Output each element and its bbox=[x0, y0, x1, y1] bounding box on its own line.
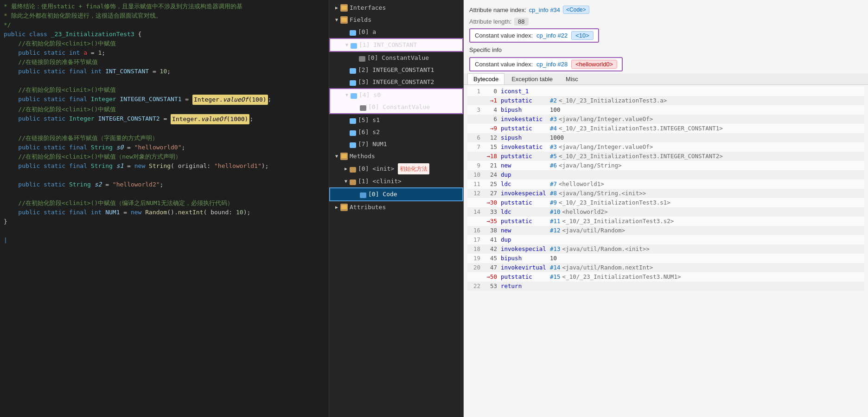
code-panel: * 最终结论：使用static + final修饰，且显示赋值中不涉及到方法或构… bbox=[0, 0, 329, 417]
code-text: INTEGER_CONSTANT2 bbox=[98, 114, 160, 123]
tab-exception-table[interactable]: Exception table bbox=[505, 73, 559, 84]
code-line: //在初始化阶段<clinit>()中赋值（new对象的方式声明） bbox=[0, 152, 329, 161]
code-text: 10 bbox=[236, 208, 243, 217]
code-text: s1 bbox=[116, 161, 124, 171]
code-text: } bbox=[4, 217, 7, 226]
attr-name-link[interactable]: cp_info #34 bbox=[529, 6, 560, 13]
code-line: * 除此之外都在初始化阶段进行，这很适合跟面试官对线。 bbox=[0, 11, 329, 20]
bc-row: →18 putstatic #5 <_10/_23_Initialization… bbox=[467, 152, 864, 161]
bc-ref: #9 bbox=[550, 198, 557, 207]
code-text: //在链接阶段的准备环节赋值 bbox=[4, 58, 98, 67]
tree-item-s0[interactable]: ▼ [4] s0 bbox=[330, 89, 462, 101]
bc-instr: ldc bbox=[501, 207, 547, 217]
code-text: = bbox=[87, 48, 98, 58]
attr-icon bbox=[360, 105, 366, 111]
tree-label: [2] INTEGER_CONSTANT1 bbox=[358, 65, 434, 75]
code-text: Integer.valueOf(100) bbox=[192, 95, 268, 105]
code-line: //在初始化阶段<clinit>()中赋值（编译之后NUM1无法确定，必须执行代… bbox=[0, 199, 329, 208]
bc-comment: <_10/_23_InitializationTest3.s1> bbox=[559, 198, 670, 207]
folder-icon bbox=[340, 4, 348, 12]
tree-item-num1[interactable]: [7] NUM1 bbox=[329, 138, 463, 150]
bc-linenum: 16 bbox=[469, 226, 480, 235]
tab-misc[interactable]: Misc bbox=[560, 73, 584, 84]
tree-label: [1] INT_CONSTANT bbox=[359, 40, 417, 50]
tree-item-integer-constant1[interactable]: [2] INTEGER_CONSTANT1 bbox=[329, 64, 463, 76]
bc-row: 16 38 new #12 <java/util/Random> bbox=[467, 226, 864, 235]
code-text bbox=[91, 180, 95, 189]
bc-row: 19 45 bipush 10 bbox=[467, 254, 864, 263]
cv-link2[interactable]: cp_info #28 bbox=[536, 61, 568, 68]
code-text: Integer.valueOf(1000) bbox=[171, 114, 249, 124]
code-line: public static final String s1 = new Stri… bbox=[0, 161, 329, 171]
cv-link1[interactable]: cp_info #22 bbox=[536, 32, 568, 39]
tree-item-s2[interactable]: [6] s2 bbox=[329, 126, 463, 138]
attr-length-val: 88 bbox=[514, 18, 528, 26]
tree-item-s1[interactable]: [5] s1 bbox=[329, 114, 463, 126]
tree-label: [0] ConstantValue bbox=[367, 53, 429, 63]
code-text: = bbox=[120, 208, 130, 217]
cv-tag2: <helloworld0> bbox=[571, 60, 617, 69]
bc-offset: 0 bbox=[484, 87, 497, 96]
bc-instr: ldc bbox=[501, 180, 547, 189]
code-text: ; bbox=[102, 48, 105, 58]
tree-item-constant-value-1[interactable]: [0] ConstantValue bbox=[329, 52, 463, 64]
field-icon bbox=[350, 30, 356, 36]
class-name: Integer bbox=[69, 114, 95, 123]
bc-operand: 100 bbox=[550, 105, 561, 115]
tree-item-methods[interactable]: ▼ Methods bbox=[329, 150, 463, 162]
folder-icon bbox=[340, 153, 348, 160]
tree-label: Attributes bbox=[350, 202, 386, 212]
code-text: "helloworld0" bbox=[134, 143, 182, 152]
code-text: ); bbox=[262, 161, 269, 171]
tree-item-wrapper: ▼ [1] INT_CONSTANT [0] ConstantValue bbox=[329, 38, 463, 64]
bc-comment: <java/util/Random.<init>> bbox=[562, 244, 650, 254]
keyword: int bbox=[91, 67, 105, 76]
tree-item-attributes[interactable]: ▶ Attributes bbox=[329, 201, 463, 213]
tree-arrow: ▶ bbox=[333, 3, 340, 13]
tree-item-field-a[interactable]: [0] a bbox=[329, 26, 463, 38]
tree-arrow: ▶ bbox=[333, 202, 340, 212]
attr-name-row: Attribute name index: cp_info #34 <Code> bbox=[464, 2, 868, 15]
tree-item-code[interactable]: [0] Code bbox=[329, 187, 463, 201]
code-text: ); bbox=[243, 208, 251, 217]
tree-item-integer-constant2[interactable]: [3] INTEGER_CONSTANT2 bbox=[329, 76, 463, 88]
bc-ref: #8 bbox=[550, 189, 557, 198]
field-icon bbox=[350, 142, 356, 148]
code-text: = bbox=[102, 180, 112, 189]
code-line: public static final int NUM1 = new Rando… bbox=[0, 208, 329, 217]
method-icon bbox=[350, 167, 356, 173]
tree-arrow: ▼ bbox=[333, 151, 340, 161]
code-line: public static Integer INTEGER_CONSTANT2 … bbox=[0, 114, 329, 124]
class-name: String bbox=[91, 161, 113, 171]
code-text: nextInt bbox=[178, 208, 204, 217]
keyword: public static final bbox=[4, 208, 91, 217]
tree-item-constant-value-s0[interactable]: [0] ConstantValue bbox=[330, 101, 462, 113]
bc-instr: putstatic bbox=[501, 272, 547, 282]
bc-row: →9 putstatic #4 <_10/_23_InitializationT… bbox=[467, 124, 864, 133]
bc-instr: invokestatic bbox=[501, 142, 547, 152]
bc-offset: 27 bbox=[484, 189, 497, 198]
bc-instr: putstatic bbox=[501, 124, 547, 133]
tree-item-fields[interactable]: ▼ Fields bbox=[329, 14, 463, 26]
bc-comment: <_10/_23_InitializationTest3.s2> bbox=[562, 217, 674, 226]
code-text: ; bbox=[160, 180, 164, 189]
keyword: public class bbox=[4, 30, 51, 39]
tab-bytecode[interactable]: Bytecode bbox=[467, 73, 504, 84]
bc-linenum: 9 bbox=[469, 161, 480, 170]
bc-ref: #10 bbox=[550, 207, 561, 217]
bc-row: 18 42 invokespecial #13 <java/util/Rando… bbox=[467, 244, 864, 254]
tree-arrow: ▶ bbox=[342, 164, 350, 174]
keyword: public static final bbox=[4, 95, 91, 104]
code-line: //在初始化阶段<clinit>()中赋值 bbox=[0, 85, 329, 95]
bc-instr: putstatic bbox=[501, 96, 547, 105]
tree-item-clinit[interactable]: ▼ [1] <clinit> bbox=[329, 175, 463, 187]
code-text: //在链接阶段的准备环节赋值（字面量的方式声明） bbox=[4, 134, 158, 143]
tree-item-init[interactable]: ▶ [0] <init> 初始化方法 bbox=[329, 162, 463, 175]
tree-item-interfaces[interactable]: ▶ Interfaces bbox=[329, 2, 463, 14]
tree-item-int-constant[interactable]: ▼ [1] INT_CONSTANT bbox=[329, 38, 463, 52]
bc-row: 17 41 dup bbox=[467, 235, 864, 244]
bc-offset: 24 bbox=[484, 170, 497, 180]
code-text bbox=[113, 161, 116, 171]
bc-instr: dup bbox=[501, 235, 547, 244]
code-line: * 最终结论：使用static + final修饰，且显示赋值中不涉及到方法或构… bbox=[0, 2, 329, 11]
